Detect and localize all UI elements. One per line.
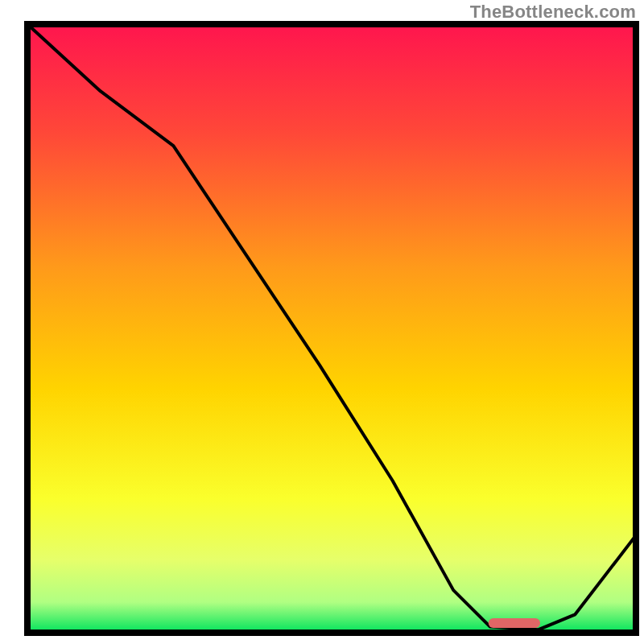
chart-container: TheBottleneck.com [0,0,644,644]
gradient-background [27,24,636,633]
optimum-marker [489,618,540,628]
bottleneck-chart [0,0,644,644]
watermark-text: TheBottleneck.com [470,2,636,23]
